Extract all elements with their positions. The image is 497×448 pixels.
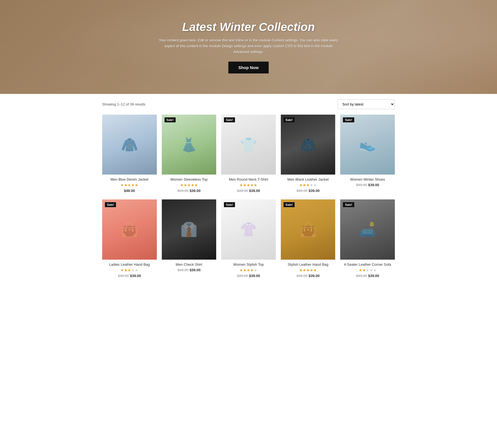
product-name: Men Blue Denim Jacket xyxy=(110,177,148,181)
product-name: Men Round Neck T-Shirt xyxy=(229,177,268,181)
sale-price: $39.00 xyxy=(368,274,379,278)
product-image: 👕 xyxy=(221,115,276,175)
product-price: $49.00$39.00 xyxy=(356,274,379,278)
product-name: Men Black Leather Jacket xyxy=(287,177,329,181)
product-stars: ★★★★★ xyxy=(299,183,317,187)
sale-price: $39.00 xyxy=(309,274,320,278)
product-image: 👗 xyxy=(162,115,216,175)
original-price: $49.00 xyxy=(297,274,308,278)
product-price: $49.00$39.00 xyxy=(178,189,201,193)
product-image-wrap: Sale! 👟 xyxy=(340,115,395,175)
original-price: $49.00 xyxy=(356,183,367,187)
product-card[interactable]: Sale! 🧥 Men Black Leather Jacket ★★★★★ $… xyxy=(281,115,335,193)
product-image: 🧥 xyxy=(102,115,157,175)
product-image: 🧥 xyxy=(281,115,335,175)
showing-results-text: Showing 1–12 of 39 results xyxy=(102,102,146,106)
original-price: $49.00 xyxy=(237,274,248,278)
shop-section: Showing 1–12 of 39 results Sort by lates… xyxy=(97,94,400,289)
product-price: $49.00$39.00 xyxy=(237,189,260,193)
product-price: $49.00$39.00 xyxy=(297,274,320,278)
sale-price: $39.00 xyxy=(309,189,320,193)
product-image-wrap: Sale! 👕 xyxy=(221,115,276,175)
product-card[interactable]: 👔 Men Check Shirt $49.00$39.00 xyxy=(162,199,216,278)
product-price: $49.00 xyxy=(124,189,135,193)
product-name: Women Stylish Top xyxy=(233,262,264,267)
product-stars: ★★★★★ xyxy=(120,268,138,272)
product-card[interactable]: Sale! 👜 Ladies Leather Hand Bag ★★★★★ $4… xyxy=(102,199,157,278)
product-card[interactable]: Sale! 👚 Women Stylish Top ★★★★★ $49.00$3… xyxy=(221,199,276,278)
product-name: Women Sleeveless Top xyxy=(170,177,208,181)
sale-price: $39.00 xyxy=(249,189,260,193)
sale-badge: Sale! xyxy=(343,117,354,122)
original-price: $49.00 xyxy=(297,189,308,193)
product-card[interactable]: Sale! 👜 Stylish Leather Hand Bag ★★★★★ $… xyxy=(281,199,335,278)
product-image: 👜 xyxy=(281,199,335,259)
price: $49.00 xyxy=(124,189,135,193)
product-name: Men Check Shirt xyxy=(176,262,202,267)
sort-dropdown[interactable]: Sort by latestSort by popularitySort by … xyxy=(338,99,395,109)
product-price: $49.00$39.00 xyxy=(297,189,320,193)
shop-header: Showing 1–12 of 39 results Sort by lates… xyxy=(102,99,395,109)
product-image-wrap: 👔 xyxy=(162,199,216,259)
product-card[interactable]: Sale! 🛋️ 4-Seater Leather Corner Sofa ★★… xyxy=(340,199,395,278)
product-name: Stylish Leather Hand Bag xyxy=(288,262,328,267)
hero-banner: Latest Winter Collection Your content go… xyxy=(0,0,497,94)
product-image-wrap: Sale! 👜 xyxy=(102,199,157,259)
product-image-wrap: Sale! 👗 xyxy=(162,115,216,175)
product-image-wrap: 🧥 xyxy=(102,115,157,175)
sale-badge: Sale! xyxy=(224,117,235,122)
product-card[interactable]: 🧥 Men Blue Denim Jacket ★★★★★ $49.00 xyxy=(102,115,157,193)
sale-price: $39.00 xyxy=(130,274,141,278)
product-card[interactable]: Sale! 👟 Women Winter Shoes $49.00$39.00 xyxy=(340,115,395,193)
product-image-wrap: Sale! 👜 xyxy=(281,199,335,259)
product-grid: 🧥 Men Blue Denim Jacket ★★★★★ $49.00 Sal… xyxy=(102,115,395,278)
sale-badge: Sale! xyxy=(343,202,354,207)
sale-price: $39.00 xyxy=(189,189,200,193)
sale-price: $39.00 xyxy=(249,274,260,278)
product-image: 👜 xyxy=(102,199,157,259)
sale-badge: Sale! xyxy=(224,202,235,207)
product-price: $49.00$39.00 xyxy=(178,268,201,272)
product-image-wrap: Sale! 🛋️ xyxy=(340,199,395,259)
product-stars: ★★★★★ xyxy=(359,268,377,272)
hero-content: Latest Winter Collection Your content go… xyxy=(152,20,345,73)
product-name: Women Winter Shoes xyxy=(350,177,385,181)
hero-subtitle: Your content goes here. Edit or remove t… xyxy=(157,38,340,55)
product-stars: ★★★★★ xyxy=(299,268,317,272)
shop-now-button[interactable]: Shop Now xyxy=(228,62,268,73)
product-stars: ★★★★★ xyxy=(180,183,198,187)
product-image: 🛋️ xyxy=(340,199,395,259)
product-card[interactable]: Sale! 👗 Women Sleeveless Top ★★★★★ $49.0… xyxy=(162,115,216,193)
original-price: $49.00 xyxy=(118,274,129,278)
hero-title: Latest Winter Collection xyxy=(157,20,340,34)
sale-badge: Sale! xyxy=(284,117,295,122)
sale-badge: Sale! xyxy=(165,117,176,122)
sale-badge: Sale! xyxy=(105,202,116,207)
product-price: $49.00$39.00 xyxy=(237,274,260,278)
product-price: $49.00$39.00 xyxy=(356,183,379,187)
product-stars: ★★★★★ xyxy=(239,183,257,187)
product-image-wrap: Sale! 🧥 xyxy=(281,115,335,175)
product-stars: ★★★★★ xyxy=(239,268,257,272)
product-image: 👚 xyxy=(221,199,276,259)
product-name: Ladies Leather Hand Bag xyxy=(109,262,150,267)
sale-badge: Sale! xyxy=(284,202,295,207)
product-card[interactable]: Sale! 👕 Men Round Neck T-Shirt ★★★★★ $49… xyxy=(221,115,276,193)
original-price: $49.00 xyxy=(178,268,189,272)
product-price: $49.00$39.00 xyxy=(118,274,141,278)
product-name: 4-Seater Leather Corner Sofa xyxy=(344,262,391,267)
original-price: $49.00 xyxy=(356,274,367,278)
original-price: $49.00 xyxy=(237,189,248,193)
original-price: $49.00 xyxy=(178,189,189,193)
product-image-wrap: Sale! 👚 xyxy=(221,199,276,259)
product-image: 👟 xyxy=(340,115,395,175)
product-image: 👔 xyxy=(162,199,216,259)
product-stars: ★★★★★ xyxy=(120,183,138,187)
sale-price: $39.00 xyxy=(368,183,379,187)
sale-price: $39.00 xyxy=(189,268,200,272)
